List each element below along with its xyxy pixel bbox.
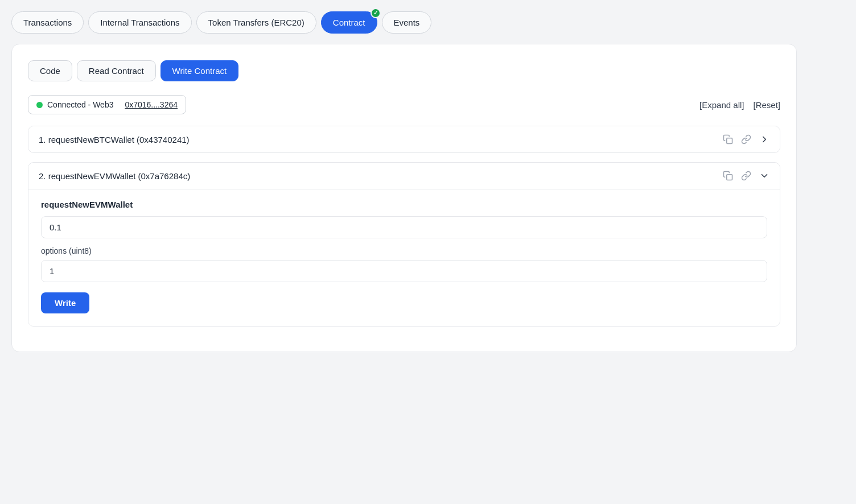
arrow-right-icon-item-1[interactable] — [759, 134, 769, 144]
contract-item-icons-item-2 — [723, 171, 769, 181]
reset-btn[interactable]: [Reset] — [753, 100, 780, 110]
contract-item-title-item-2: 2. requestNewEVMWallet (0x7a76284c) — [39, 171, 190, 181]
write-button-item-2[interactable]: Write — [41, 292, 89, 313]
tab-internal-transactions[interactable]: Internal Transactions — [88, 11, 191, 34]
link-icon-item-1[interactable] — [741, 134, 751, 144]
sub-tab-read-contract[interactable]: Read Contract — [77, 60, 156, 81]
connection-actions: [Expand all] [Reset] — [699, 100, 780, 110]
tab-contract[interactable]: Contract — [321, 11, 377, 34]
contract-item-icons-item-1 — [723, 134, 769, 144]
function-title-item-2: requestNewEVMWallet — [41, 200, 767, 209]
main-card: CodeRead ContractWrite Contract Connecte… — [11, 44, 797, 352]
sub-tab-code[interactable]: Code — [28, 60, 72, 81]
connection-status: Connected - Web3 0x7016....3264 — [28, 95, 186, 114]
copy-icon-item-1[interactable] — [723, 134, 733, 144]
contract-item-title-item-1: 1. requestNewBTCWallet (0x43740241) — [39, 135, 190, 144]
field-input-field-options[interactable] — [41, 260, 767, 282]
field-input-field-payable[interactable] — [41, 216, 767, 238]
tab-transactions[interactable]: Transactions — [11, 11, 84, 34]
tab-bar: TransactionsInternal TransactionsToken T… — [11, 11, 845, 34]
arrow-down-icon-item-2[interactable] — [759, 171, 769, 181]
contract-item-header-item-1: 1. requestNewBTCWallet (0x43740241) — [28, 126, 780, 152]
wallet-address[interactable]: 0x7016....3264 — [125, 100, 178, 109]
contract-item-header-item-2: 2. requestNewEVMWallet (0x7a76284c) — [28, 163, 780, 189]
connection-label: Connected - Web3 — [47, 100, 113, 109]
verified-badge — [371, 8, 381, 18]
field-label-field-options: options (uint8) — [41, 246, 767, 255]
contract-item-item-1: 1. requestNewBTCWallet (0x43740241) — [28, 126, 780, 153]
sub-tab-bar: CodeRead ContractWrite Contract — [28, 60, 780, 81]
expand-all-btn[interactable]: [Expand all] — [699, 100, 744, 110]
tab-wrapper-contract: Contract — [321, 11, 377, 34]
link-icon-item-2[interactable] — [741, 171, 751, 181]
connection-bar: Connected - Web3 0x7016....3264 [Expand … — [28, 95, 780, 114]
sub-tab-write-contract[interactable]: Write Contract — [160, 60, 239, 81]
contract-items-list: 1. requestNewBTCWallet (0x43740241)2. re… — [28, 126, 780, 327]
connected-dot — [36, 102, 43, 108]
copy-icon-item-2[interactable] — [723, 171, 733, 181]
svg-rect-0 — [727, 138, 732, 144]
contract-item-item-2: 2. requestNewEVMWallet (0x7a76284c)reque… — [28, 162, 780, 327]
svg-rect-1 — [727, 175, 732, 180]
tab-events[interactable]: Events — [382, 11, 432, 34]
tab-token-transfers[interactable]: Token Transfers (ERC20) — [196, 11, 316, 34]
contract-expanded-item-2: requestNewEVMWalletoptions (uint8)Write — [28, 189, 780, 326]
